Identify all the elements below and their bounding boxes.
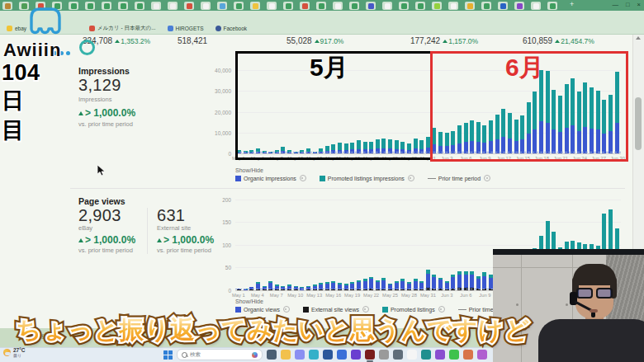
chart-bar[interactable] — [419, 198, 424, 290]
y-axis-label: 20,000 — [215, 110, 231, 115]
chart-bar[interactable] — [237, 198, 241, 290]
window-minimize-button[interactable]: — — [613, 0, 619, 10]
chart-bar[interactable] — [438, 198, 443, 290]
chart-bar[interactable] — [376, 198, 380, 290]
chart-bar[interactable] — [426, 198, 430, 290]
window-close-button[interactable]: × — [637, 0, 641, 10]
bookmark-hirogets[interactable]: HIROGETS — [168, 26, 204, 31]
legend-prior-period-1[interactable]: Prior time period — [428, 175, 490, 181]
chart-bar[interactable] — [388, 198, 392, 290]
browser-tab[interactable] — [85, 2, 95, 10]
browser-tab[interactable] — [2, 2, 12, 10]
chart-bar[interactable] — [414, 198, 418, 290]
browser-tab[interactable] — [102, 2, 111, 10]
browser-tab[interactable] — [349, 2, 359, 10]
eye-icon[interactable] — [484, 175, 490, 181]
browser-tab[interactable] — [184, 2, 194, 10]
bookmark-facebook[interactable]: Facebook — [215, 26, 248, 31]
browser-tab[interactable] — [399, 2, 409, 10]
chart-bar[interactable] — [281, 198, 285, 290]
chart-bar[interactable] — [338, 198, 342, 290]
chart-bar[interactable] — [381, 198, 386, 290]
chart-bar[interactable] — [294, 198, 298, 290]
chart-bar[interactable] — [476, 198, 481, 290]
legend-promoted-impressions[interactable]: Promoted listings impressions — [320, 175, 414, 181]
chart-bar[interactable] — [256, 198, 260, 290]
section-divider — [70, 188, 625, 189]
chart-bar[interactable] — [263, 198, 267, 290]
x-axis-label: May 10 — [287, 293, 303, 298]
chart-bar[interactable] — [331, 198, 335, 290]
chart-bar[interactable] — [407, 198, 411, 290]
browser-tab[interactable] — [432, 2, 442, 10]
browser-tab[interactable] — [118, 2, 128, 10]
legend-external-views[interactable]: External site views — [303, 306, 369, 313]
browser-tab[interactable] — [267, 2, 277, 10]
browser-tab[interactable] — [69, 2, 78, 10]
eye-icon[interactable] — [300, 175, 306, 181]
chart-bar[interactable] — [344, 198, 348, 290]
bookmark-ebay[interactable]: ebay — [7, 26, 26, 31]
new-tab-button[interactable]: + — [570, 0, 574, 9]
browser-tab[interactable] — [514, 2, 524, 10]
chart-bar[interactable] — [357, 198, 361, 290]
browser-tab[interactable] — [151, 2, 161, 10]
chart-bar[interactable] — [244, 198, 248, 290]
chart-bar[interactable] — [350, 198, 354, 290]
browser-tab[interactable] — [333, 2, 343, 10]
browser-tab[interactable] — [498, 2, 508, 10]
chart-bar[interactable] — [445, 198, 449, 290]
legend-organic-impressions[interactable]: Organic impressions — [235, 175, 306, 181]
chart-bar[interactable] — [451, 198, 455, 290]
browser-tab[interactable] — [201, 2, 211, 10]
browser-tab[interactable] — [531, 2, 541, 10]
chart-bar[interactable] — [319, 198, 323, 290]
chart-bar[interactable] — [464, 198, 468, 290]
legend-promoted-listings[interactable]: Promoted listings — [382, 306, 445, 313]
legend-organic-views[interactable]: Organic views — [235, 306, 290, 313]
chart-bar[interactable] — [287, 198, 291, 290]
chart-bar[interactable] — [395, 198, 399, 290]
windows-start-button[interactable] — [163, 350, 173, 360]
facebook-icon — [215, 26, 221, 31]
browser-tab[interactable] — [481, 2, 491, 10]
browser-tab[interactable] — [366, 2, 376, 10]
browser-tab[interactable] — [250, 2, 260, 10]
chart-bar[interactable] — [275, 198, 279, 290]
browser-tab[interactable] — [316, 2, 326, 10]
browser-tab[interactable] — [135, 2, 144, 10]
browser-tab[interactable] — [547, 2, 557, 10]
window-maximize-button[interactable]: □ — [626, 0, 630, 10]
chart-bar[interactable] — [249, 198, 253, 290]
chart-bar[interactable] — [432, 198, 436, 290]
eye-icon[interactable] — [408, 175, 414, 181]
bookmark-mercari[interactable]: メルカリ - 日本最大の... — [89, 25, 155, 32]
scrollbar-thumb[interactable] — [635, 97, 642, 150]
tab-favicon-icon — [253, 3, 258, 9]
chart-bar[interactable] — [306, 198, 310, 290]
browser-tab[interactable] — [448, 2, 458, 10]
browser-tab[interactable] — [465, 2, 475, 10]
browser-tab[interactable] — [217, 2, 227, 10]
chart-bar[interactable] — [482, 198, 486, 290]
chart-bar[interactable] — [369, 198, 373, 290]
black-swatch-icon — [303, 307, 309, 313]
browser-tab[interactable] — [234, 2, 244, 10]
chart-bar[interactable] — [313, 198, 317, 290]
eye-icon[interactable] — [362, 306, 369, 313]
chart-bar[interactable] — [470, 198, 474, 290]
eye-icon[interactable] — [283, 306, 290, 313]
browser-tab[interactable] — [415, 2, 425, 10]
browser-tab[interactable] — [300, 2, 310, 10]
browser-tab[interactable] — [168, 2, 178, 10]
chart-bar[interactable] — [325, 198, 329, 290]
eye-icon[interactable] — [438, 306, 445, 313]
chart-bar[interactable] — [363, 198, 367, 290]
browser-tab[interactable] — [283, 2, 293, 10]
chart-bar[interactable] — [300, 198, 304, 290]
browser-tab[interactable] — [382, 2, 392, 10]
scrollbar-up-icon[interactable] — [636, 36, 641, 40]
chart-bar[interactable] — [268, 198, 272, 290]
chart-bar[interactable] — [400, 198, 405, 290]
chart-bar[interactable] — [457, 198, 462, 290]
